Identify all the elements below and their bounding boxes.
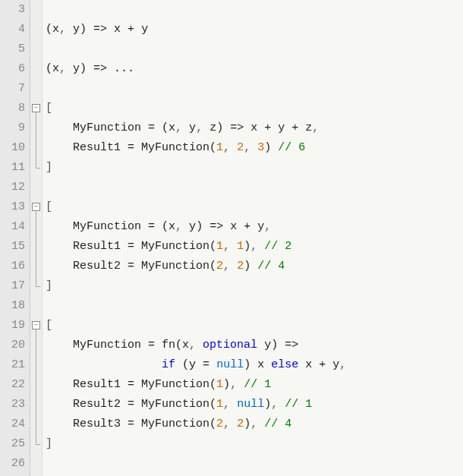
code-line[interactable]: [ <box>46 99 463 118</box>
code-token: ( <box>175 339 182 351</box>
code-token: , <box>196 121 209 134</box>
line-number: 22 <box>3 375 25 395</box>
code-token: => <box>93 62 107 75</box>
code-line[interactable] <box>46 296 463 316</box>
code-token: x <box>298 358 319 371</box>
line-number: 23 <box>3 395 25 415</box>
code-token: 1 <box>216 240 223 253</box>
line-number: 24 <box>3 415 25 434</box>
code-line[interactable]: if (y = null) x else x + y, <box>46 355 463 375</box>
code-area[interactable]: (x, y) => x + y (x, y) => ... [ MyFuncti… <box>43 0 463 476</box>
line-number: 10 <box>3 138 25 158</box>
code-line[interactable] <box>46 39 463 59</box>
code-token: , <box>59 23 73 36</box>
code-line[interactable] <box>46 0 463 20</box>
code-token: ] <box>46 279 52 292</box>
code-token: ] <box>46 161 52 174</box>
code-token: + <box>244 220 250 233</box>
code-line[interactable]: Result2 = MyFunction(2, 2) // 4 <box>46 257 463 276</box>
code-token: ) <box>216 121 230 134</box>
code-token: x <box>244 121 264 134</box>
code-token: ( <box>162 220 169 233</box>
code-line[interactable]: Result1 = MyFunction(1, 2, 3) // 6 <box>46 138 463 158</box>
code-token: , <box>223 240 237 253</box>
code-line[interactable]: Result1 = MyFunction(1), // 1 <box>46 375 463 395</box>
code-line[interactable]: ] <box>46 276 463 296</box>
code-line[interactable]: ] <box>46 434 463 454</box>
code-token: 3 <box>257 141 264 154</box>
code-line[interactable]: (x, y) => ... <box>46 59 463 79</box>
line-number: 16 <box>3 257 25 276</box>
fold-guide <box>36 112 36 168</box>
code-token: MyFunction <box>46 121 148 134</box>
code-token: = <box>148 339 155 351</box>
code-token: MyFunction <box>46 220 148 233</box>
code-token: => <box>93 23 107 36</box>
line-number: 26 <box>3 454 25 474</box>
code-token: z <box>209 121 216 134</box>
code-line[interactable]: [ <box>46 197 463 217</box>
code-token: ( <box>162 121 169 134</box>
code-token <box>250 260 257 273</box>
code-token: y <box>250 220 264 233</box>
code-line[interactable]: MyFunction = (x, y, z) => x + y + z, <box>46 118 463 138</box>
code-token: = <box>128 398 134 411</box>
code-line[interactable] <box>46 178 463 197</box>
code-line[interactable]: Result2 = MyFunction(1, null), // 1 <box>46 395 463 415</box>
fold-toggle-icon[interactable]: − <box>32 203 40 211</box>
code-line[interactable]: Result3 = MyFunction(2, 2), // 4 <box>46 415 463 434</box>
code-line[interactable]: Result1 = MyFunction(1, 1), // 2 <box>46 237 463 257</box>
code-token: null <box>216 358 244 371</box>
code-token: ( <box>209 260 216 273</box>
code-token: 2 <box>237 141 244 154</box>
code-token: y <box>257 339 271 351</box>
code-token: , <box>312 121 319 134</box>
code-line[interactable]: (x, y) => x + y <box>46 20 463 39</box>
code-line[interactable]: MyFunction = fn(x, optional y) => <box>46 336 463 355</box>
code-editor: 3456789101112131415161718192021222324252… <box>0 0 463 476</box>
line-number: 4 <box>3 20 25 39</box>
code-line[interactable] <box>46 454 463 474</box>
code-token: = <box>128 260 134 273</box>
line-number-gutter: 3456789101112131415161718192021222324252… <box>0 0 30 476</box>
code-token: ) <box>244 418 250 430</box>
fold-column: −−− <box>30 0 43 476</box>
code-token: 2 <box>216 418 223 430</box>
line-number: 17 <box>3 276 25 296</box>
code-line[interactable]: MyFunction = (x, y) => x + y, <box>46 217 463 237</box>
code-token: MyFunction <box>134 240 209 253</box>
code-token: Result3 <box>46 418 128 430</box>
line-number: 20 <box>3 336 25 355</box>
code-token: , <box>223 398 237 411</box>
fold-end-tick <box>36 168 40 169</box>
code-token: = <box>148 220 155 233</box>
code-token: => <box>285 339 298 351</box>
fold-toggle-icon[interactable]: − <box>32 321 40 329</box>
code-token: 1 <box>216 141 223 154</box>
fold-toggle-icon[interactable]: − <box>32 104 40 112</box>
line-number: 5 <box>3 39 25 59</box>
code-token: ] <box>46 437 52 450</box>
line-number: 13 <box>3 197 25 217</box>
code-token: ( <box>209 141 216 154</box>
line-number: 18 <box>3 296 25 316</box>
code-token: , <box>339 358 346 371</box>
code-token: [ <box>46 200 52 213</box>
line-number: 19 <box>3 316 25 336</box>
code-token: ) <box>80 23 93 36</box>
code-line[interactable] <box>46 79 463 99</box>
code-token: ) <box>271 339 285 351</box>
code-token <box>271 141 278 154</box>
code-token: = <box>203 358 209 371</box>
code-token: y <box>73 23 80 36</box>
code-line[interactable]: ] <box>46 158 463 178</box>
code-token: ) <box>196 220 209 233</box>
code-line[interactable]: [ <box>46 316 463 336</box>
code-token: MyFunction <box>134 418 209 430</box>
code-token: = <box>128 141 134 154</box>
code-token: y <box>189 220 196 233</box>
code-token: + <box>128 23 134 36</box>
code-token <box>155 121 162 134</box>
fold-end-tick <box>36 444 40 445</box>
code-token: + <box>319 358 326 371</box>
